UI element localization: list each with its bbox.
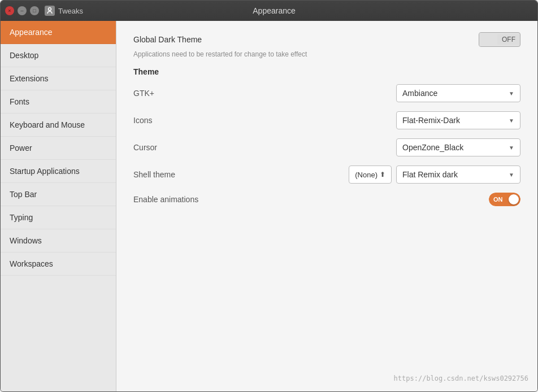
sidebar-item-top-bar[interactable]: Top Bar — [1, 183, 116, 206]
watermark: https://blog.csdn.net/ksws0292756 — [394, 374, 528, 382]
sidebar-item-extensions[interactable]: Extensions — [1, 67, 116, 90]
shell-theme-value: Flat Remix dark — [402, 170, 458, 179]
global-dark-theme-toggle[interactable]: OFF — [479, 32, 520, 47]
window-controls: × – □ — [5, 6, 39, 15]
enable-animations-label: Enable animations — [133, 195, 198, 204]
gtk-dropdown-arrow: ▼ — [509, 90, 514, 97]
icons-value: Flat-Remix-Dark — [402, 116, 460, 125]
toggle-on-text: ON — [493, 196, 503, 203]
shell-theme-row: Shell theme (None) ⬆ Flat Remix dark ▼ — [133, 165, 520, 184]
gtk-value: Ambiance — [402, 89, 437, 98]
gtk-dropdown[interactable]: Ambiance ▼ — [396, 84, 520, 102]
icons-dropdown-arrow: ▼ — [509, 117, 514, 124]
minimize-button[interactable]: – — [18, 6, 27, 15]
sidebar-item-workspaces[interactable]: Workspaces — [1, 252, 116, 276]
sidebar-item-power[interactable]: Power — [1, 137, 116, 160]
app-name: Tweaks — [58, 7, 83, 15]
toggle-off-text: OFF — [497, 34, 520, 45]
maximize-button[interactable]: □ — [30, 6, 39, 15]
sidebar-item-desktop[interactable]: Desktop — [1, 44, 116, 67]
icons-label: Icons — [133, 116, 152, 125]
global-dark-theme-sublabel: Applications need to be restarted for ch… — [133, 50, 520, 58]
gtk-row: GTK+ Ambiance ▼ — [133, 84, 520, 102]
gtk-label: GTK+ — [133, 89, 154, 98]
shell-theme-dropdown[interactable]: Flat Remix dark ▼ — [396, 165, 520, 184]
cursor-value: OpenZone_Black — [402, 143, 463, 152]
shell-none-text: (None) — [355, 171, 378, 179]
enable-animations-toggle[interactable]: ON — [489, 193, 520, 206]
app-icon — [45, 6, 55, 16]
shell-theme-dropdown-arrow: ▼ — [509, 172, 514, 178]
sidebar-item-windows[interactable]: Windows — [1, 229, 116, 252]
window-title: Appearance — [83, 6, 465, 15]
global-dark-theme-row: Global Dark Theme OFF — [133, 32, 520, 47]
enable-animations-row: Enable animations ON — [133, 193, 520, 206]
global-dark-theme-label: Global Dark Theme — [133, 35, 202, 44]
titlebar: × – □ Tweaks Appearance — [1, 1, 537, 21]
sidebar-item-keyboard-mouse[interactable]: Keyboard and Mouse — [1, 114, 116, 137]
icons-row: Icons Flat-Remix-Dark ▼ — [133, 111, 520, 129]
cursor-dropdown-arrow: ▼ — [509, 145, 514, 151]
app-info: Tweaks — [45, 6, 83, 16]
toggle-knob — [509, 194, 519, 204]
cursor-dropdown[interactable]: OpenZone_Black ▼ — [396, 138, 520, 156]
sidebar-item-typing[interactable]: Typing — [1, 206, 116, 229]
shell-theme-label: Shell theme — [133, 170, 175, 179]
sidebar: Appearance Desktop Extensions Fonts Keyb… — [1, 21, 116, 391]
app-window: × – □ Tweaks Appearance Appearance Deskt… — [0, 0, 538, 392]
shell-none-button[interactable]: (None) ⬆ — [349, 165, 392, 184]
svg-point-0 — [49, 8, 51, 11]
main-layout: Appearance Desktop Extensions Fonts Keyb… — [1, 21, 537, 391]
sidebar-item-fonts[interactable]: Fonts — [1, 90, 116, 114]
cursor-row: Cursor OpenZone_Black ▼ — [133, 138, 520, 156]
toggle-blank-area — [479, 33, 497, 46]
content-area: Global Dark Theme OFF Applications need … — [116, 21, 537, 391]
shell-theme-controls: (None) ⬆ Flat Remix dark ▼ — [349, 165, 520, 184]
theme-section-title: Theme — [133, 67, 520, 76]
sidebar-item-startup-applications[interactable]: Startup Applications — [1, 160, 116, 183]
sidebar-item-appearance[interactable]: Appearance — [1, 21, 116, 44]
close-button[interactable]: × — [5, 6, 14, 15]
icons-dropdown[interactable]: Flat-Remix-Dark ▼ — [396, 111, 520, 129]
upload-icon: ⬆ — [380, 171, 385, 178]
cursor-label: Cursor — [133, 143, 157, 152]
